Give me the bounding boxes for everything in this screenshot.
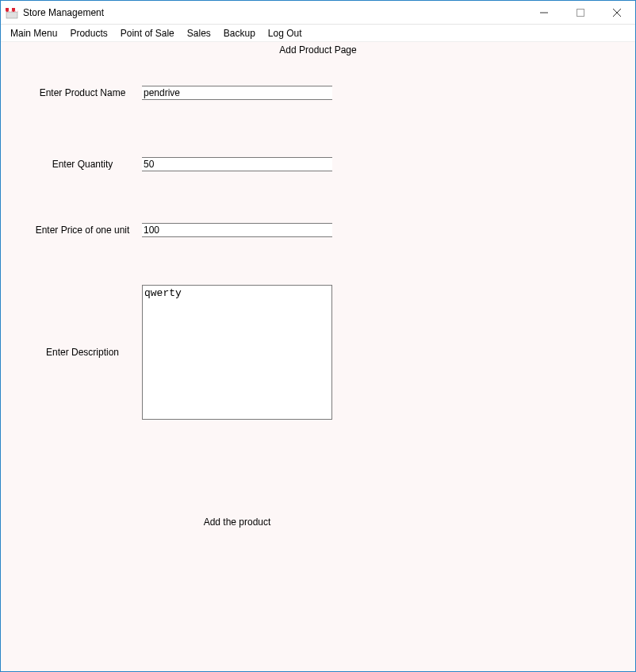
menu-main-menu[interactable]: Main Menu: [4, 26, 63, 40]
svg-rect-0: [6, 12, 17, 18]
title-bar: Store Management: [1, 1, 635, 25]
label-price: Enter Price of one unit: [23, 225, 142, 236]
menu-sales[interactable]: Sales: [181, 26, 217, 40]
input-product-name[interactable]: [142, 86, 332, 100]
input-price[interactable]: [142, 223, 332, 237]
menu-log-out[interactable]: Log Out: [262, 26, 308, 40]
label-description: Enter Description: [23, 285, 142, 358]
input-description[interactable]: [142, 285, 332, 420]
maximize-button[interactable]: [562, 1, 599, 24]
minimize-button[interactable]: [526, 1, 562, 24]
label-product-name: Enter Product Name: [23, 87, 142, 98]
window-controls: [526, 1, 635, 24]
menu-bar: Main Menu Products Point of Sale Sales B…: [1, 25, 635, 42]
client-area: Add Product Page Enter Product Name Ente…: [1, 42, 635, 671]
close-button[interactable]: [599, 1, 635, 24]
row-price: Enter Price of one unit: [23, 223, 332, 237]
menu-products[interactable]: Products: [63, 26, 113, 40]
row-description: Enter Description: [23, 285, 332, 420]
add-product-button[interactable]: Add the product: [197, 513, 277, 531]
window-title: Store Management: [23, 7, 104, 18]
page-title: Add Product Page: [1, 44, 635, 56]
row-quantity: Enter Quantity: [23, 157, 332, 171]
svg-rect-2: [577, 9, 584, 16]
label-quantity: Enter Quantity: [23, 159, 142, 170]
menu-point-of-sale[interactable]: Point of Sale: [114, 26, 181, 40]
store-awning-icon: [6, 6, 18, 19]
menu-backup[interactable]: Backup: [217, 26, 262, 40]
input-quantity[interactable]: [142, 157, 332, 171]
row-product-name: Enter Product Name: [23, 86, 332, 100]
